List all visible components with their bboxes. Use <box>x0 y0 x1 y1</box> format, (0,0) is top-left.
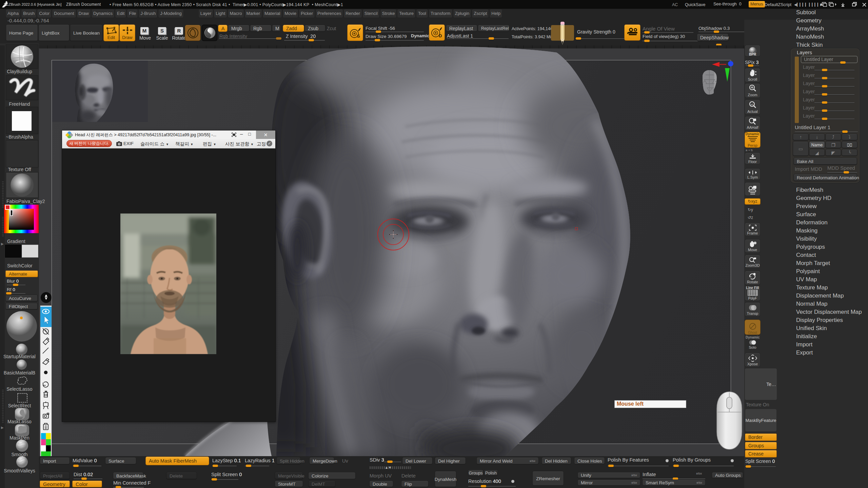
svg-text:S: S <box>357 34 360 39</box>
svg-text:BPR: BPR <box>749 53 756 56</box>
svg-text:x1: x1 <box>751 103 754 106</box>
svg-text:D: D <box>439 33 442 38</box>
